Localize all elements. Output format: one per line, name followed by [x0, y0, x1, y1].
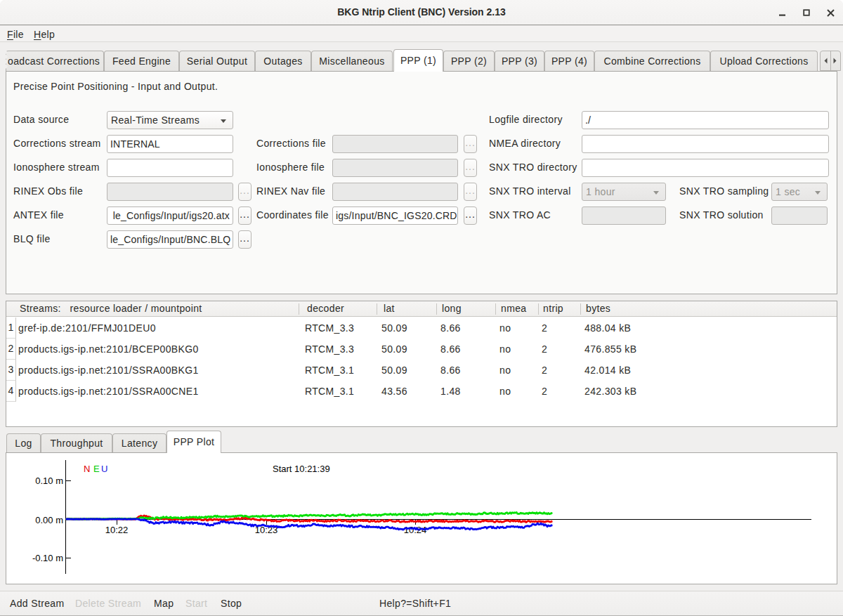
svg-text:0.10 m: 0.10 m	[35, 476, 63, 486]
svg-text:N: N	[84, 464, 90, 474]
svg-text:Start 10:21:39: Start 10:21:39	[273, 464, 330, 474]
svg-text:U: U	[101, 464, 107, 474]
svg-text:-0.10 m: -0.10 m	[32, 553, 63, 563]
svg-text:10:22: 10:22	[105, 525, 129, 535]
svg-text:0.00 m: 0.00 m	[35, 515, 63, 525]
svg-text:E: E	[93, 464, 100, 474]
